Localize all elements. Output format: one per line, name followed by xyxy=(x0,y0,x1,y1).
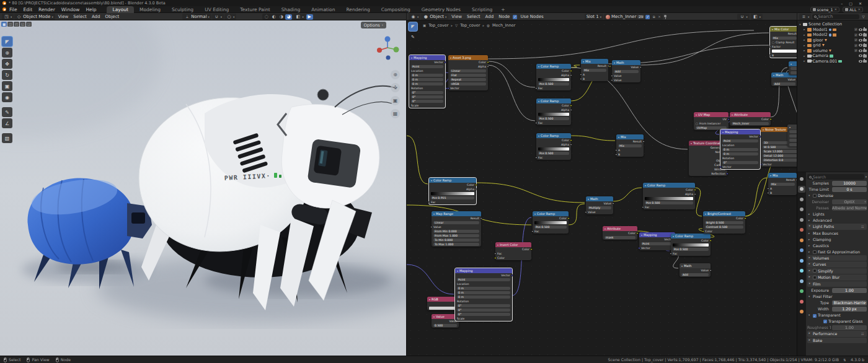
node-partial[interactable]: ▾ xyxy=(787,125,797,147)
section-advanced[interactable]: Advanced xyxy=(807,217,867,223)
prop-value-time-limit[interactable]: 0 s xyxy=(832,187,867,192)
node-field[interactable]: To Max 1.000 xyxy=(433,243,479,247)
outliner-row-camera[interactable]: ▸Camera xyxy=(797,53,868,59)
output-socket[interactable] xyxy=(570,144,572,146)
node-checkbox[interactable] xyxy=(772,42,774,44)
expand-arrow[interactable]: ▸ xyxy=(803,38,806,42)
viewport-menu-view[interactable]: View xyxy=(56,14,71,19)
node-mix[interactable]: ▾MixResultMixAB xyxy=(581,59,608,81)
collapse-icon[interactable]: ▾ xyxy=(431,179,432,182)
output-socket[interactable] xyxy=(511,274,513,276)
properties-tab-world[interactable] xyxy=(798,227,805,234)
output-socket[interactable] xyxy=(570,109,572,111)
input-socket[interactable] xyxy=(767,192,769,194)
use-nodes-checkbox[interactable]: ✓ xyxy=(513,15,517,19)
breadcrumb-item-1[interactable]: Top_cover xyxy=(460,23,480,28)
checkbox[interactable]: ✓ xyxy=(813,314,817,318)
collapse-icon[interactable]: ▾ xyxy=(691,142,692,145)
node-mapping[interactable]: ▾MappingVectorPointVector xyxy=(639,232,675,250)
output-socket[interactable] xyxy=(530,248,532,250)
outliner-row-gloor[interactable]: ▸gloor✓ xyxy=(797,38,868,43)
node-field[interactable]: Distortion 0.0 xyxy=(763,159,797,162)
shading-rendered-button[interactable]: ◕ xyxy=(285,14,292,20)
shader-node-editor[interactable]: ▣Top_cover▸▽Top_cover▸◍Mech_Inner ◤ ✎ ▾M… xyxy=(406,20,797,356)
panel-light-paths[interactable]: Light Paths☷ xyxy=(807,224,867,230)
node-field[interactable] xyxy=(789,134,797,138)
collapse-icon[interactable]: ▾ xyxy=(538,100,539,103)
properties-tab-object[interactable] xyxy=(798,237,805,243)
exclude-checkbox[interactable]: ✓ xyxy=(854,38,857,42)
output-socket[interactable] xyxy=(769,118,771,120)
shading-material-button[interactable]: ◑ xyxy=(278,14,285,20)
section-max-bounces[interactable]: Max Bounces xyxy=(807,230,867,236)
expand-arrow[interactable]: ▸ xyxy=(803,28,806,31)
render-preview-button[interactable]: ▶ xyxy=(306,14,313,20)
input-socket[interactable] xyxy=(611,75,613,77)
node-field[interactable]: 0° xyxy=(722,161,758,165)
node-field[interactable]: 0° xyxy=(411,95,443,99)
tool-cursor[interactable]: ⊕ xyxy=(2,48,12,58)
menu-help[interactable]: Help xyxy=(82,7,99,12)
tool-select[interactable]: ◤ xyxy=(2,37,12,46)
node-color-ramp[interactable]: ▾Color RampColorAlphaPos 0.500Fac xyxy=(536,64,571,90)
node-mix[interactable]: ▾MixResultMixAB xyxy=(768,173,797,195)
tab-rendering[interactable]: Rendering xyxy=(340,6,375,13)
fake-user-toggle[interactable]: ✓ xyxy=(645,15,650,19)
collapse-icon[interactable]: ▾ xyxy=(433,212,435,216)
prop-value-denoiser[interactable]: OptiX▾ xyxy=(832,199,867,204)
properties-tab-scene[interactable] xyxy=(798,216,805,223)
node-menu-node[interactable]: Node xyxy=(496,14,512,19)
panel-simplify[interactable]: Simplify xyxy=(807,268,867,274)
output-socket[interactable] xyxy=(642,141,644,142)
disable-render-icon[interactable] xyxy=(863,60,867,63)
input-socket[interactable] xyxy=(767,188,769,190)
node-annotate-tool[interactable]: ✎ xyxy=(409,33,417,42)
node-field[interactable]: Point xyxy=(641,242,673,246)
tool-move[interactable]: ✥ xyxy=(2,59,12,69)
collapse-icon[interactable]: ▾ xyxy=(497,243,498,247)
node-attribute[interactable]: ▾AttributeColorMech_Inner xyxy=(730,112,771,126)
node-field[interactable]: Multiply xyxy=(588,206,611,210)
node-field[interactable]: Add xyxy=(681,273,709,277)
disable-render-icon[interactable] xyxy=(863,44,867,47)
properties-search[interactable]: Search xyxy=(807,174,864,180)
output-socket[interactable] xyxy=(709,269,711,271)
checkbox[interactable] xyxy=(813,250,817,254)
node-field[interactable]: 0 m xyxy=(457,291,510,295)
collapse-icon[interactable]: ▾ xyxy=(583,60,584,63)
node-color-ramp[interactable]: ▾Color RampColorAlphaPos 0.955Fac xyxy=(429,178,476,204)
properties-tab-modifiers[interactable] xyxy=(798,247,805,254)
color-ramp-gradient[interactable] xyxy=(538,78,569,81)
viewport-menu-object[interactable]: Object xyxy=(102,14,122,19)
node-field[interactable] xyxy=(789,139,797,142)
node-field[interactable]: 0 m xyxy=(457,287,510,291)
output-socket[interactable] xyxy=(636,232,638,234)
disable-render-icon[interactable] xyxy=(863,28,867,32)
output-socket[interactable] xyxy=(444,61,446,63)
node-field[interactable]: 0 m xyxy=(457,295,510,299)
collapse-icon[interactable]: ▾ xyxy=(604,227,606,230)
node-field[interactable] xyxy=(789,130,797,134)
input-socket[interactable] xyxy=(611,79,613,81)
node-mapping[interactable]: ▾MappingVectorPointLocation0 m0 mRotatio… xyxy=(720,129,760,169)
node-field[interactable]: Pos 0.500 xyxy=(645,201,693,205)
collapse-icon[interactable]: ▾ xyxy=(681,265,683,268)
node-field[interactable]: 0° xyxy=(411,100,443,103)
input-socket[interactable] xyxy=(494,253,496,255)
slot-dropdown[interactable]: Slot 1▾ xyxy=(585,14,603,20)
node-field[interactable]: Flat xyxy=(450,74,486,77)
node-field[interactable]: Detail 12.000 xyxy=(763,154,797,158)
node-field[interactable] xyxy=(790,71,797,75)
exclude-checkbox[interactable]: ✓ xyxy=(854,33,857,37)
tab-uv-editing[interactable]: UV Editing xyxy=(199,6,234,13)
material-users-badge[interactable]: 29 xyxy=(637,15,644,19)
tab-shading[interactable]: Shading xyxy=(276,6,306,13)
output-socket[interactable] xyxy=(709,240,711,242)
prop-value-samples[interactable]: 10000 xyxy=(832,181,867,186)
properties-tab-tool[interactable] xyxy=(798,175,805,182)
node-menu-select[interactable]: Select xyxy=(464,14,483,19)
disable-render-icon[interactable] xyxy=(863,33,867,37)
hide-viewport-icon[interactable] xyxy=(859,44,862,46)
node-field[interactable]: Add xyxy=(614,70,639,74)
outliner-row-model1[interactable]: ▸Model1✓ xyxy=(797,27,868,33)
